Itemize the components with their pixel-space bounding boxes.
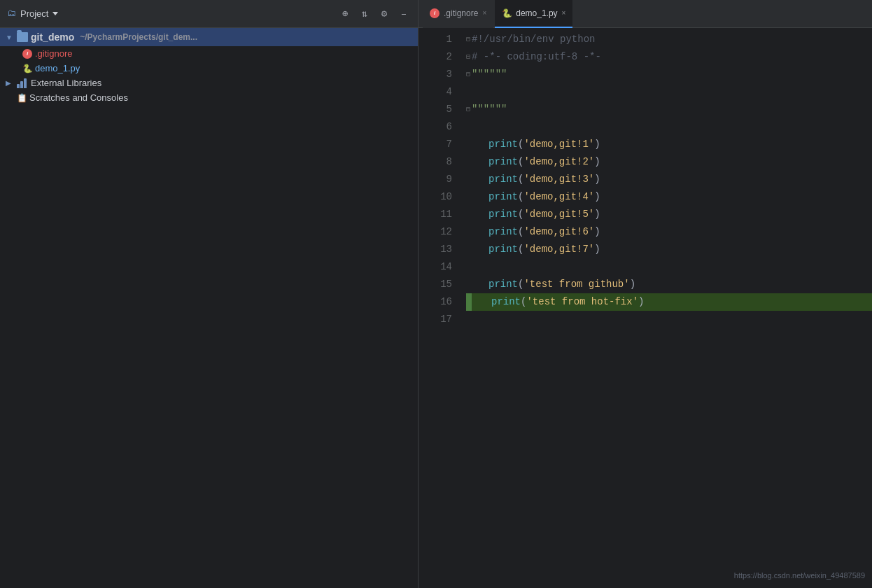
fold-arrow-5: ⊟ [466, 104, 470, 115]
code-str-11: 'demo,git!5' [523, 206, 594, 222]
line-num-11: 11 [419, 206, 452, 223]
minimize-icon[interactable]: – [397, 7, 411, 21]
fold-arrow-3: ⊟ [466, 69, 470, 80]
code-line-9: print('demo,git!3') [466, 171, 872, 188]
code-print-7: print [488, 136, 518, 152]
project-path: ~/PycharmProjects/git_dem... [80, 32, 197, 42]
code-line-5: ⊟ """""" [466, 101, 872, 118]
code-content-4 [466, 84, 472, 99]
sidebar-item-scratches[interactable]: 📋 Scratches and Consoles [0, 90, 418, 105]
code-line-8: print('demo,git!2') [466, 153, 872, 171]
code-paren-15b: ) [630, 276, 635, 292]
sidebar: git_demo ~/PycharmProjects/git_dem... i … [0, 28, 419, 588]
tab-demo-py-close[interactable]: × [562, 9, 566, 17]
add-icon[interactable]: ⊕ [338, 7, 352, 21]
line-num-17: 17 [419, 311, 452, 328]
scratches-label: Scratches and Consoles [29, 92, 128, 103]
code-print-8: print [488, 154, 518, 169]
code-str-8: 'demo,git!2' [523, 154, 594, 169]
code-print-12: print [488, 224, 518, 239]
code-content-3: """""" [472, 66, 507, 82]
code-line-11: print('demo,git!5') [466, 206, 872, 223]
code-print-13: print [488, 241, 518, 257]
code-line-15: print('test from github') [466, 276, 872, 293]
line-num-6: 6 [419, 118, 452, 136]
code-line-14 [466, 258, 872, 276]
sidebar-root[interactable]: git_demo ~/PycharmProjects/git_dem... [0, 28, 418, 46]
line-num-13: 13 [419, 241, 452, 258]
tab-gitignore[interactable]: i .gitignore × [423, 0, 493, 28]
code-str-15: 'test from github' [523, 276, 629, 292]
settings-icon[interactable]: ⚙ [377, 7, 391, 21]
code-print-16: print [491, 294, 521, 309]
code-paren-9a: ( [518, 172, 523, 187]
line-num-7: 7 [419, 136, 452, 153]
top-bar: 🗂 Project ⊕ ⇅ ⚙ – i .gitignore × 🐍 demo_… [0, 0, 872, 28]
code-str-16: 'test from hot-fix' [526, 294, 638, 309]
sidebar-item-gitignore[interactable]: i .gitignore [0, 46, 418, 61]
code-paren-7b: ) [594, 136, 600, 152]
code-paren-13b: ) [594, 241, 600, 257]
code-print-10: print [488, 189, 518, 204]
code-content-1: #!/usr/bin/env python [472, 31, 595, 47]
code-str-13: 'demo,git!7' [523, 241, 594, 257]
tree-arrow-libs [6, 79, 14, 87]
tree-arrow-root [6, 34, 14, 41]
line-num-12: 12 [419, 223, 452, 241]
code-str-12: 'demo,git!6' [523, 224, 594, 239]
move-icon[interactable]: ⇅ [358, 7, 372, 21]
libs-icon [17, 78, 28, 88]
code-line-13: print('demo,git!7') [466, 241, 872, 258]
tab-demo-py-label: demo_1.py [516, 8, 557, 18]
code-str-10: 'demo,git!4' [523, 189, 594, 204]
chevron-down-icon[interactable] [52, 12, 58, 15]
code-print-11: print [488, 206, 518, 222]
line-num-15: 15 [419, 276, 452, 293]
code-line-6 [466, 118, 872, 136]
demo-py-label: demo_1.py [35, 63, 80, 74]
code-area[interactable]: ⊟ #!/usr/bin/env python ⊟ # -*- coding:u… [460, 28, 872, 588]
project-name: git_demo [31, 31, 74, 43]
project-panel-title[interactable]: Project [20, 8, 48, 19]
code-line-3: ⊟ """""" [466, 66, 872, 83]
sidebar-item-external-libs[interactable]: External Libraries [0, 76, 418, 90]
line-num-16: 16 [419, 293, 452, 311]
line-num-8: 8 [419, 153, 452, 171]
code-paren-16b: ) [638, 294, 644, 309]
editor[interactable]: 1 2 3 4 5 6 7 8 9 10 11 12 13 14 15 16 1… [419, 28, 872, 588]
tab-demo-py[interactable]: 🐍 demo_1.py × [495, 0, 572, 28]
code-paren-11a: ( [518, 206, 523, 222]
line-num-3: 3 [419, 66, 452, 83]
code-content-6 [466, 119, 472, 134]
code-paren-13a: ( [518, 241, 523, 257]
code-str-9: 'demo,git!3' [523, 172, 594, 187]
toolbar-icons: ⊕ ⇅ ⚙ – [338, 7, 411, 21]
project-panel-icon: 🗂 [7, 8, 16, 19]
line-num-14: 14 [419, 258, 452, 276]
code-paren-7a: ( [518, 136, 523, 152]
code-paren-8a: ( [518, 154, 523, 169]
root-folder-icon [17, 32, 28, 42]
code-print-9: print [488, 172, 518, 187]
code-paren-11b: ) [594, 206, 600, 222]
sidebar-item-demo-py[interactable]: 🐍 demo_1.py [0, 61, 418, 76]
code-content-2: # -*- coding:utf-8 -*- [472, 49, 601, 64]
line-num-2: 2 [419, 48, 452, 66]
code-line-12: print('demo,git!6') [466, 223, 872, 241]
fold-arrow-2: ⊟ [466, 52, 470, 63]
editor-tabs: i .gitignore × 🐍 demo_1.py × [419, 0, 872, 27]
watermark: https://blog.csdn.net/weixin_49487589 [734, 570, 865, 582]
line-num-10: 10 [419, 188, 452, 206]
line-num-5: 5 [419, 101, 452, 118]
tab-gitignore-close[interactable]: × [482, 9, 486, 17]
line-num-9: 9 [419, 171, 452, 188]
gitignore-file-icon: i [22, 49, 32, 59]
code-line-16: print('test from hot-fix') [466, 293, 872, 311]
gitignore-label: .gitignore [35, 48, 72, 59]
line-num-4: 4 [419, 83, 452, 101]
code-line-7: print('demo,git!1') [466, 136, 872, 153]
code-print-15: print [488, 276, 518, 292]
project-panel-header: 🗂 Project ⊕ ⇅ ⚙ – [0, 0, 419, 27]
code-paren-10b: ) [594, 189, 600, 204]
code-line-4 [466, 83, 872, 101]
